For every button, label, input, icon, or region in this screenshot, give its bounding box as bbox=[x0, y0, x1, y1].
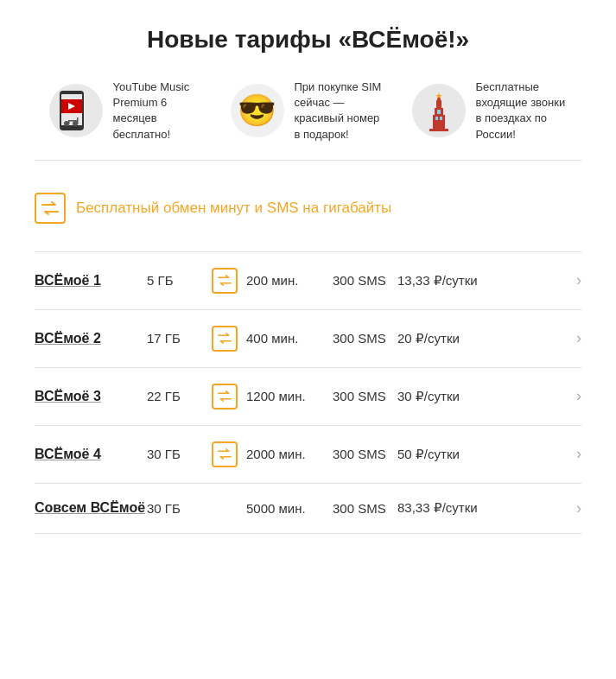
tariff-exchange-icon-3 bbox=[203, 384, 246, 409]
tariff-exchange-icon-1 bbox=[203, 268, 246, 294]
tariff-arrow-1: › bbox=[576, 271, 581, 289]
tariff-arrow-4: › bbox=[576, 445, 581, 463]
tariff-name-5: Совсем ВСЁмоё bbox=[35, 500, 147, 516]
tariff-sms-1: 300 SMS bbox=[333, 273, 397, 288]
tariff-price-4: 50 ₽/сутки bbox=[397, 447, 576, 462]
tariff-row[interactable]: Совсем ВСЁмоё 30 ГБ 5000 мин. 300 SMS 83… bbox=[35, 484, 581, 534]
svg-rect-17 bbox=[429, 129, 448, 131]
tariff-minutes-4: 2000 мин. bbox=[246, 447, 333, 461]
page-title: Новые тарифы «ВСЁмоё!» bbox=[35, 26, 581, 54]
tariff-gb-5: 30 ГБ bbox=[147, 501, 203, 516]
tariff-row[interactable]: ВСЁмоё 1 5 ГБ 200 мин. 300 SMS 13,33 ₽/с… bbox=[35, 252, 581, 310]
tariff-minutes-5: 5000 мин. bbox=[246, 501, 333, 516]
exchange-banner-icon bbox=[35, 193, 66, 224]
tariff-sms-2: 300 SMS bbox=[333, 331, 397, 346]
tariff-name-4: ВСЁмоё 4 bbox=[35, 447, 147, 462]
tariff-arrow-3: › bbox=[576, 387, 581, 405]
feature-sim-text: При покупке SIM сейчас — красивый номер … bbox=[295, 79, 386, 143]
tariff-minutes-2: 400 мин. bbox=[246, 331, 333, 346]
svg-rect-9 bbox=[433, 115, 445, 130]
tariff-row[interactable]: ВСЁмоё 3 22 ГБ 1200 мин. 300 SMS 30 ₽/су… bbox=[35, 368, 581, 426]
svg-rect-14 bbox=[435, 117, 438, 120]
exchange-banner: Бесплатный обмен минут и SMS на гигабайт… bbox=[35, 182, 581, 234]
tariff-arrow-2: › bbox=[576, 329, 581, 347]
tariff-exchange-icon-4 bbox=[203, 441, 246, 467]
feature-youtube-text: YouTube Music Premium 6 месяцев бесплатн… bbox=[113, 79, 205, 143]
tariff-arrow-5: › bbox=[576, 499, 581, 517]
feature-sim: 😎 При покупке SIM сейчас — красивый номе… bbox=[231, 79, 386, 143]
svg-rect-15 bbox=[440, 117, 442, 120]
svg-rect-16 bbox=[437, 110, 441, 114]
youtube-music-icon bbox=[49, 84, 103, 137]
tariff-name-2: ВСЁмоё 2 bbox=[35, 331, 147, 346]
tariff-sms-3: 300 SMS bbox=[333, 389, 397, 403]
tariff-name-3: ВСЁмоё 3 bbox=[35, 389, 147, 404]
tariff-row[interactable]: ВСЁмоё 4 30 ГБ 2000 мин. 300 SMS 50 ₽/су… bbox=[35, 426, 581, 484]
feature-youtube: YouTube Music Premium 6 месяцев бесплатн… bbox=[49, 79, 205, 143]
kremlin-icon bbox=[412, 84, 466, 137]
feature-russia-text: Бесплатные входящие звонки в поездках по… bbox=[476, 79, 568, 143]
tariff-gb-3: 22 ГБ bbox=[147, 389, 203, 403]
tariff-name-1: ВСЁмоё 1 bbox=[35, 273, 147, 289]
tariff-list: ВСЁмоё 1 5 ГБ 200 мин. 300 SMS 13,33 ₽/с… bbox=[35, 251, 581, 534]
tariff-exchange-icon-2 bbox=[203, 326, 246, 352]
tariff-minutes-3: 1200 мин. bbox=[246, 389, 333, 403]
feature-russia: Бесплатные входящие звонки в поездках по… bbox=[412, 79, 568, 143]
sim-icon: 😎 bbox=[231, 84, 284, 137]
tariff-price-5: 83,33 ₽/сутки bbox=[397, 500, 576, 516]
page-container: Новые тарифы «ВСЁмоё!» bbox=[0, 0, 616, 551]
tariff-minutes-1: 200 мин. bbox=[246, 273, 333, 288]
tariff-row[interactable]: ВСЁмоё 2 17 ГБ 400 мин. 300 SMS 20 ₽/сут… bbox=[35, 310, 581, 368]
tariff-gb-1: 5 ГБ bbox=[147, 273, 203, 288]
svg-rect-11 bbox=[436, 101, 441, 110]
tariff-price-3: 30 ₽/сутки bbox=[397, 389, 576, 404]
svg-rect-8 bbox=[68, 120, 78, 122]
tariff-price-1: 13,33 ₽/сутки bbox=[397, 273, 576, 289]
tariff-sms-4: 300 SMS bbox=[333, 447, 397, 461]
exchange-banner-text: Бесплатный обмен минут и SMS на гигабайт… bbox=[76, 200, 391, 217]
tariff-price-2: 20 ₽/сутки bbox=[397, 331, 576, 346]
tariff-gb-2: 17 ГБ bbox=[147, 331, 203, 346]
features-row: YouTube Music Premium 6 месяцев бесплатн… bbox=[35, 79, 581, 161]
tariff-gb-4: 30 ГБ bbox=[147, 447, 203, 461]
tariff-sms-5: 300 SMS bbox=[333, 501, 397, 516]
